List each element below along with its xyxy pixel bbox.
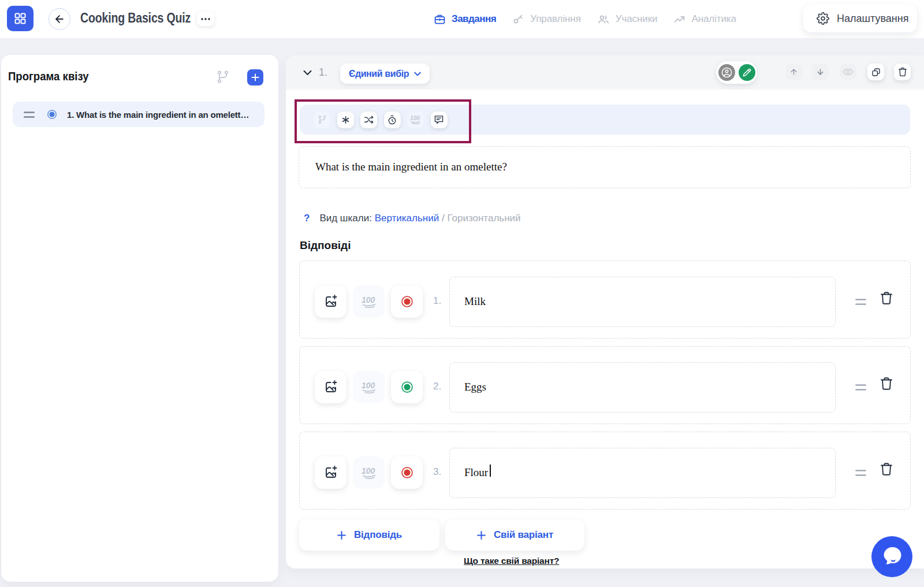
svg-text:100: 100 xyxy=(362,381,375,390)
svg-text:100: 100 xyxy=(362,466,375,475)
svg-text:100: 100 xyxy=(362,295,375,304)
